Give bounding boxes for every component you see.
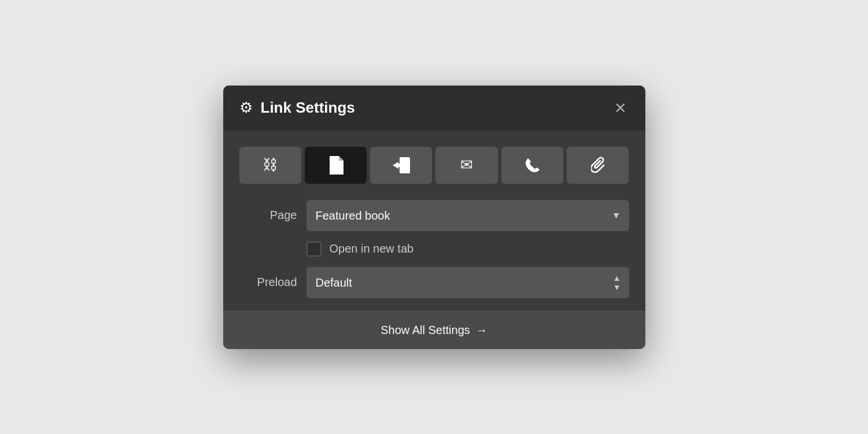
tab-phone[interactable] — [501, 147, 563, 184]
preload-select-container: Default None Metadata Auto ▲ ▼ — [306, 267, 629, 298]
arrow-icon: → — [476, 324, 487, 337]
dialog-footer: Show All Settings → — [223, 311, 645, 349]
show-all-label: Show All Settings — [381, 324, 470, 337]
page-select-container: Featured book Home About Contact ▼ — [306, 200, 629, 231]
dialog-header: ⚙ Link Settings ✕ — [223, 86, 645, 131]
tab-redirect[interactable] — [370, 147, 432, 184]
page-row: Page Featured book Home About Contact ▼ — [239, 200, 629, 231]
page-label: Page — [239, 209, 297, 222]
open-new-tab-checkbox[interactable] — [306, 242, 322, 257]
show-all-settings-button[interactable]: Show All Settings → — [223, 311, 645, 349]
preload-select-wrapper: Default None Metadata Auto ▲ ▼ — [306, 267, 629, 298]
preload-select[interactable]: Default None Metadata Auto — [306, 267, 629, 298]
tab-attachment[interactable] — [567, 147, 629, 184]
dialog-title: Link Settings — [261, 99, 355, 117]
tab-email[interactable]: ✉ — [435, 147, 497, 184]
preload-row: Preload Default None Metadata Auto ▲ ▼ — [239, 267, 629, 298]
dialog-body: ⛓ ✉ — [223, 131, 645, 298]
tab-bar: ⛓ ✉ — [239, 147, 629, 184]
header-left: ⚙ Link Settings — [239, 99, 355, 117]
tab-link[interactable]: ⛓ — [239, 147, 301, 184]
page-select-wrapper: Featured book Home About Contact ▼ — [306, 200, 629, 231]
page-select[interactable]: Featured book Home About Contact — [306, 200, 629, 231]
link-settings-dialog: ⚙ Link Settings ✕ ⛓ ✉ — [223, 86, 645, 349]
close-button[interactable]: ✕ — [612, 98, 629, 118]
preload-label: Preload — [239, 276, 297, 289]
tab-page[interactable] — [305, 147, 367, 184]
open-new-tab-label: Open in new tab — [330, 242, 414, 255]
open-new-tab-row: Open in new tab — [306, 242, 629, 257]
gear-icon: ⚙ — [239, 99, 253, 117]
